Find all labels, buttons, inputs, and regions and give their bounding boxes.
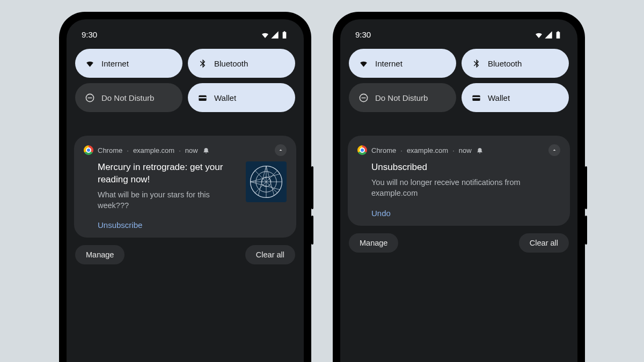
notification-footer: Manage Clear all xyxy=(74,245,296,264)
qs-label: Bluetooth xyxy=(214,59,248,68)
bell-icon xyxy=(202,146,210,154)
status-icons xyxy=(535,31,562,39)
status-bar: 9:30 xyxy=(74,29,296,49)
separator: · xyxy=(127,146,129,154)
chrome-icon xyxy=(357,145,367,155)
qs-label: Internet xyxy=(375,59,402,68)
chrome-icon xyxy=(84,145,93,155)
clock: 9:30 xyxy=(82,30,97,39)
status-bar: 9:30 xyxy=(348,29,570,49)
notification-text: Unsubscribed You will no longer receive … xyxy=(371,161,560,218)
separator: · xyxy=(179,146,181,154)
bluetooth-icon xyxy=(471,58,481,69)
qs-label: Internet xyxy=(101,59,129,68)
notification-title: Mercury in retrograde: get your reading … xyxy=(98,161,238,186)
zodiac-wheel-icon xyxy=(249,165,283,199)
qs-tile-bluetooth[interactable]: Bluetooth xyxy=(462,49,569,78)
notification-footer: Manage Clear all xyxy=(348,233,570,253)
qs-tile-dnd[interactable]: Do Not Disturb xyxy=(75,83,182,112)
notification-card[interactable]: Chrome · example.com · now Unsubscribed … xyxy=(348,136,570,226)
manage-button[interactable]: Manage xyxy=(75,245,125,264)
collapse-button[interactable] xyxy=(548,144,560,156)
phone-left: 9:30 Internet Bluetooth Do Not Disturb xyxy=(59,12,311,362)
qs-tile-internet[interactable]: Internet xyxy=(75,49,182,78)
chevron-up-icon xyxy=(551,147,558,153)
notification-header: Chrome · example.com · now xyxy=(357,144,560,156)
notification-subtitle: What will be in your stars for this week… xyxy=(98,189,238,211)
wifi-icon xyxy=(85,58,95,69)
notification-image xyxy=(246,161,287,202)
wifi-icon xyxy=(535,31,543,39)
notification-time: now xyxy=(459,146,472,154)
quick-settings: Internet Bluetooth Do Not Disturb Wallet xyxy=(348,49,570,122)
notification-subtitle: You will no longer receive notifications… xyxy=(371,177,560,199)
wifi-icon xyxy=(261,31,269,39)
signal-icon xyxy=(270,31,279,39)
notification-app: Chrome xyxy=(371,146,396,154)
notification-header: Chrome · example.com · now xyxy=(84,144,287,156)
clear-all-button[interactable]: Clear all xyxy=(519,233,569,253)
chevron-up-icon xyxy=(277,147,284,153)
clock: 9:30 xyxy=(355,30,371,39)
wallet-icon xyxy=(197,93,208,103)
qs-tile-bluetooth[interactable]: Bluetooth xyxy=(188,49,295,78)
separator: · xyxy=(452,146,455,154)
notification-app: Chrome xyxy=(98,146,122,154)
qs-label: Do Not Disturb xyxy=(101,93,154,102)
notification-title: Unsubscribed xyxy=(371,161,560,174)
notification-site: example.com xyxy=(133,146,174,154)
bell-icon xyxy=(476,146,484,154)
manage-button[interactable]: Manage xyxy=(349,233,398,253)
qs-tile-wallet[interactable]: Wallet xyxy=(188,83,295,112)
wallet-icon xyxy=(471,93,481,103)
dnd-icon xyxy=(85,93,95,103)
collapse-button[interactable] xyxy=(275,144,287,156)
separator: · xyxy=(400,146,402,154)
notification-body: Unsubscribed You will no longer receive … xyxy=(357,156,560,218)
qs-label: Bluetooth xyxy=(488,59,522,68)
clear-all-button[interactable]: Clear all xyxy=(245,245,295,264)
qs-label: Do Not Disturb xyxy=(375,93,428,102)
status-icons xyxy=(261,31,289,39)
bluetooth-icon xyxy=(197,58,208,69)
battery-icon xyxy=(554,31,562,39)
notification-card[interactable]: Chrome · example.com · now Mercury in re… xyxy=(74,136,296,238)
qs-label: Wallet xyxy=(214,93,236,102)
qs-tile-dnd[interactable]: Do Not Disturb xyxy=(349,83,456,112)
notification-text: Mercury in retrograde: get your reading … xyxy=(98,161,238,230)
signal-icon xyxy=(544,31,553,39)
screen: 9:30 Internet Bluetooth Do Not Disturb xyxy=(67,19,304,362)
notification-body: Mercury in retrograde: get your reading … xyxy=(84,156,287,230)
notification-time: now xyxy=(185,146,198,154)
quick-settings: Internet Bluetooth Do Not Disturb Wallet xyxy=(74,49,296,122)
qs-tile-wallet[interactable]: Wallet xyxy=(462,83,569,112)
screen: 9:30 Internet Bluetooth Do Not Disturb xyxy=(340,19,577,362)
phone-right: 9:30 Internet Bluetooth Do Not Disturb xyxy=(333,12,585,362)
svg-rect-3 xyxy=(199,97,206,98)
unsubscribe-button[interactable]: Unsubscribe xyxy=(98,220,142,230)
notification-site: example.com xyxy=(407,146,448,154)
svg-rect-18 xyxy=(472,97,480,98)
dnd-icon xyxy=(358,93,369,103)
qs-label: Wallet xyxy=(488,93,510,102)
battery-icon xyxy=(280,31,289,39)
wifi-icon xyxy=(358,58,369,69)
undo-button[interactable]: Undo xyxy=(371,209,391,218)
qs-tile-internet[interactable]: Internet xyxy=(349,49,456,78)
